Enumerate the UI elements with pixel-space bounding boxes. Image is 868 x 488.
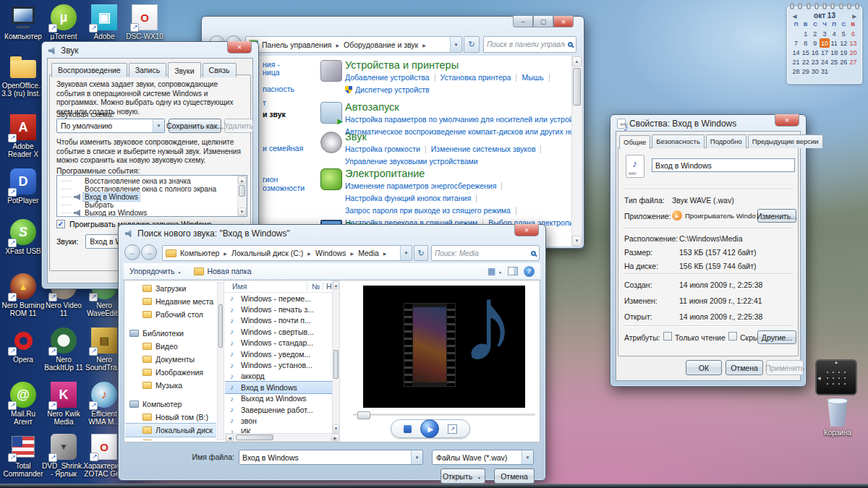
- recycle-bin[interactable]: Корзина: [816, 398, 859, 437]
- desktop-icon-adobe-reader[interactable]: AAdobe Reader X: [1, 114, 45, 158]
- power-icon[interactable]: [320, 168, 342, 190]
- calendar-day[interactable]: [830, 67, 839, 76]
- desktop-icon-nero-kwik[interactable]: KNero Kwik Media: [42, 382, 85, 426]
- tab[interactable]: Общие: [619, 135, 650, 149]
- nav-item[interactable]: Библиотеки: [125, 327, 216, 340]
- file-row[interactable]: Windows - свертыв...: [225, 326, 332, 337]
- list-scrollbar[interactable]: [332, 281, 340, 433]
- calendar-day[interactable]: 2: [810, 29, 820, 38]
- address-dropdown-button[interactable]: [400, 246, 412, 260]
- dropdown-arrow-icon[interactable]: [522, 450, 533, 464]
- scroll-up-button[interactable]: [238, 176, 246, 184]
- ok-button[interactable]: ОК: [686, 360, 722, 375]
- breadcrumb-item[interactable]: Windows: [315, 249, 358, 257]
- search-input[interactable]: [435, 249, 528, 257]
- sidebar-item-current[interactable]: и звук: [263, 110, 286, 119]
- devices-printers-icon[interactable]: [320, 60, 342, 82]
- calendar-day[interactable]: 5: [839, 29, 848, 38]
- link-wake-password[interactable]: Запрос пароля при выходе из спящего режи…: [345, 206, 511, 215]
- desktop-icon-openoffice[interactable]: OpenOffice... 3.3 (ru) Inst...: [1, 53, 45, 98]
- desktop-icon-computer[interactable]: Компьютер: [1, 4, 45, 40]
- nav-item[interactable]: Локальный диск: [125, 424, 216, 437]
- scroll-left-button[interactable]: [226, 434, 234, 441]
- sound-event-row[interactable]: Восстановление окна с полного экрана: [57, 185, 237, 193]
- scrollbar-thumb[interactable]: [218, 304, 223, 348]
- close-button[interactable]: [553, 16, 574, 27]
- tab[interactable]: Безопасность: [652, 134, 705, 148]
- address-bar[interactable]: КомпьютерЛокальный диск (C:)WindowsMedia: [162, 245, 412, 261]
- desktop-icon-dvd-shrink[interactable]: ▼DVD_Shrink... - Ярлык: [42, 434, 85, 478]
- new-folder-button[interactable]: Новая папка: [194, 267, 251, 275]
- scrollbar-thumb[interactable]: [236, 435, 273, 440]
- sound-icon[interactable]: [320, 132, 342, 153]
- sidebar-item[interactable]: ница: [263, 68, 280, 77]
- close-button[interactable]: [514, 224, 539, 236]
- other-attrs-button[interactable]: Другие...: [757, 330, 796, 344]
- dropdown-arrow-icon[interactable]: [153, 119, 164, 132]
- nav-item[interactable]: Недавние места: [125, 295, 216, 308]
- filetype-combobox[interactable]: Файлы Wave (*.wav): [432, 450, 534, 465]
- calendar-day[interactable]: 19: [839, 48, 848, 57]
- back-button[interactable]: [124, 244, 140, 260]
- link-power-buttons[interactable]: Настройка функций кнопок питания: [345, 194, 471, 202]
- file-row[interactable]: Windows - стандар...: [225, 338, 332, 348]
- calendar-day[interactable]: [848, 67, 858, 76]
- scroll-down-button[interactable]: [572, 236, 582, 246]
- scroll-down-button[interactable]: [333, 424, 339, 432]
- scroll-down-button[interactable]: [238, 207, 246, 215]
- calendar-day[interactable]: 12: [839, 38, 848, 48]
- maximize-button[interactable]: [533, 16, 553, 27]
- file-row[interactable]: Windows - почти п...: [225, 315, 332, 326]
- nav-item[interactable]: Документы: [125, 353, 216, 366]
- sidebar-item[interactable]: т: [263, 98, 266, 107]
- desktop-icon-mailru[interactable]: @Mail.Ru Агент: [1, 382, 45, 426]
- file-row[interactable]: Вход в Windows: [225, 382, 332, 393]
- nav-item[interactable]: Новый том (B:): [125, 411, 216, 424]
- sidebar-item[interactable]: пасность: [263, 85, 294, 93]
- search-input[interactable]: [487, 40, 565, 48]
- desktop-icon-xfast-usb[interactable]: SXFast USB: [1, 219, 45, 255]
- close-button[interactable]: [775, 114, 799, 127]
- tab[interactable]: Запись: [129, 63, 166, 77]
- calendar-day[interactable]: 14: [791, 48, 801, 57]
- file-row[interactable]: Windows - уведом...: [225, 348, 332, 359]
- file-row[interactable]: Выход из Windows: [225, 393, 332, 404]
- scrollbar[interactable]: [571, 56, 582, 247]
- calendar-day[interactable]: 7: [791, 38, 801, 48]
- launcher-gadget[interactable]: ▲ ◀: [815, 359, 857, 395]
- calendar-gadget[interactable]: окт 13 ПВСЧПСВ 1234567891011121314151617…: [787, 3, 862, 84]
- calendar-day[interactable]: 15: [801, 48, 810, 57]
- calendar-day[interactable]: [839, 67, 848, 76]
- link-audio-devices[interactable]: Управление звуковыми устройствами: [345, 157, 478, 166]
- open-split-arrow[interactable]: [474, 468, 485, 484]
- link-power-saving[interactable]: Изменение параметров энергосбережения: [345, 181, 496, 190]
- calendar-day[interactable]: 29: [801, 67, 810, 76]
- desktop-icon-utorrent[interactable]: µµTorrent: [42, 4, 85, 40]
- tab[interactable]: Звуки: [168, 62, 200, 78]
- column-header-name[interactable]: Имя: [232, 282, 247, 291]
- calendar-day[interactable]: 13: [848, 38, 858, 48]
- readonly-checkbox[interactable]: [663, 332, 672, 341]
- calendar-day[interactable]: 3: [820, 29, 829, 38]
- cancel-button[interactable]: Отмена: [494, 468, 535, 484]
- up-arrow-icon[interactable]: ▲: [834, 360, 838, 364]
- calendar-day[interactable]: 16: [810, 48, 820, 57]
- save-as-button[interactable]: Сохранить как...: [169, 119, 221, 133]
- scheme-combobox[interactable]: По умолчанию: [56, 119, 165, 133]
- section-heading[interactable]: Устройства и принтеры: [345, 59, 459, 71]
- section-heading[interactable]: Электропитание: [345, 168, 425, 179]
- file-row[interactable]: Windows - установ...: [225, 359, 332, 370]
- desktop-icon-nero-backitup[interactable]: Nero BackItUp 11: [42, 328, 85, 372]
- apply-button[interactable]: Применить: [766, 360, 804, 375]
- stop-button[interactable]: [404, 425, 412, 433]
- scroll-up-button[interactable]: [333, 281, 339, 289]
- calendar-day[interactable]: 9: [810, 38, 820, 48]
- link-mouse[interactable]: Мышь: [522, 73, 543, 82]
- calendar-day[interactable]: 23: [810, 57, 820, 67]
- sidebar-item[interactable]: гион: [263, 175, 278, 184]
- calendar-day[interactable]: 18: [830, 48, 839, 57]
- expand-button[interactable]: [448, 424, 457, 434]
- sidebar-item[interactable]: озможности: [263, 184, 305, 192]
- views-button[interactable]: [488, 266, 502, 276]
- hidden-checkbox[interactable]: [728, 332, 737, 341]
